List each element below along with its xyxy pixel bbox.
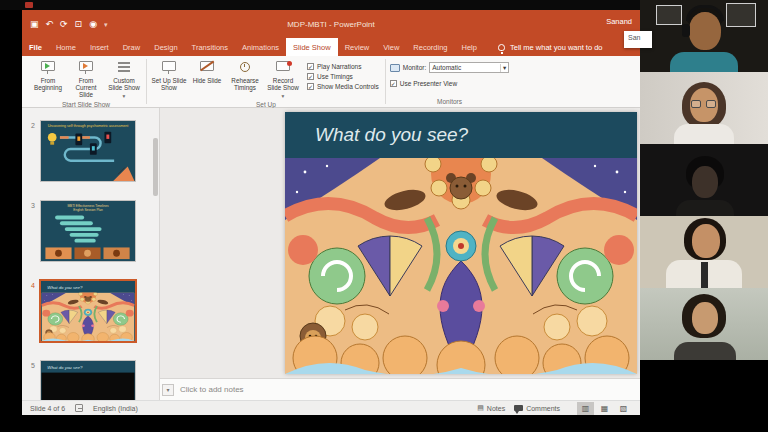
wall-frame xyxy=(726,3,756,27)
custom-slide-show-icon xyxy=(116,60,133,75)
slide-number: 3 xyxy=(26,200,40,262)
tab-slide-show[interactable]: Slide Show xyxy=(286,38,338,56)
notes-icon: ▤ xyxy=(477,404,484,412)
current-slide[interactable]: What do you see? xyxy=(285,112,637,374)
checkbox-checked-icon: ✓ xyxy=(307,73,314,80)
meeting-video-sidebar xyxy=(640,0,768,432)
participant-shirt xyxy=(674,124,734,144)
tab-help[interactable]: Help xyxy=(455,38,484,56)
tab-transitions[interactable]: Transitions xyxy=(185,38,235,56)
thumbnail-slide-5[interactable]: 5 What do you see? xyxy=(26,360,159,400)
record-slide-show-icon xyxy=(275,60,292,75)
start-presentation-icon[interactable]: ⊡ xyxy=(75,20,83,29)
tab-draw[interactable]: Draw xyxy=(116,38,148,56)
notes-collapse-icon[interactable]: ▾ xyxy=(162,384,174,396)
top-black-strip xyxy=(0,0,640,10)
slide-psychedelic-illustration[interactable] xyxy=(285,158,637,374)
slide-title-bar: What do you see? xyxy=(285,112,637,158)
slide-show-view-button[interactable]: ▧ xyxy=(615,402,632,415)
quick-access-toolbar: ▣ ↶ ⟳ ⊡ ◉ ▾ xyxy=(22,20,108,29)
participant-shirt xyxy=(674,342,736,360)
participant-face xyxy=(692,224,720,258)
thumbnail-slide-3[interactable]: 3 MBTI Effectiveness Timelines English S… xyxy=(26,200,159,262)
slide-number: 5 xyxy=(26,360,40,400)
screen: ▣ ↶ ⟳ ⊡ ◉ ▾ MDP-MBTI - PowerPoint Sanand… xyxy=(0,0,768,432)
show-media-controls-checkbox[interactable]: ✓ Show Media Controls xyxy=(307,83,379,90)
use-timings-checkbox[interactable]: ✓ Use Timings xyxy=(307,73,379,80)
group-set-up: Set Up Slide Show Hide Slide Rehearse Ti… xyxy=(147,56,385,107)
tell-me-box[interactable]: Tell me what you want to do xyxy=(498,38,603,56)
thumbnail-slide-2[interactable]: 2 Uncovering self through psychometric a… xyxy=(26,120,159,182)
thumbnail-slide-4-selected[interactable]: 4 What do you see? xyxy=(26,280,159,342)
redo-icon[interactable]: ⟳ xyxy=(60,20,68,29)
svg-text:English Session Plan: English Session Plan xyxy=(73,208,103,212)
participant-video-1[interactable] xyxy=(640,0,768,72)
svg-text:Uncovering self through psycho: Uncovering self through psychometric ass… xyxy=(48,124,129,128)
ribbon-tab-row: File Home Insert Draw Design Transitions… xyxy=(22,38,640,56)
ribbon: From Beginning From Current Slide Custom… xyxy=(22,56,640,108)
notes-toggle-button[interactable]: ▤ Notes xyxy=(477,404,505,412)
chevron-down-icon: ▾ xyxy=(500,64,506,72)
comments-icon xyxy=(514,405,523,411)
qat-customize-icon[interactable]: ▾ xyxy=(104,21,108,28)
hide-slide-button[interactable]: Hide Slide xyxy=(189,59,225,84)
title-bar: ▣ ↶ ⟳ ⊡ ◉ ▾ MDP-MBTI - PowerPoint Sanand… xyxy=(22,10,640,38)
slide-2-preview[interactable]: Uncovering self through psychometric ass… xyxy=(40,120,136,182)
language-indicator[interactable]: English (India) xyxy=(93,405,138,412)
notes-placeholder[interactable]: Click to add notes xyxy=(180,385,244,394)
from-current-slide-icon xyxy=(78,60,95,75)
monitor-dropdown[interactable]: Automatic ▾ xyxy=(429,62,509,73)
slide-4-preview[interactable]: What do you see? xyxy=(39,279,137,343)
participant-video-2[interactable] xyxy=(640,72,768,144)
tab-home[interactable]: Home xyxy=(49,38,83,56)
normal-view-button[interactable]: ▥ xyxy=(577,402,594,415)
save-icon[interactable]: ▣ xyxy=(30,20,39,29)
rehearse-timings-button[interactable]: Rehearse Timings xyxy=(227,59,263,91)
undo-icon[interactable]: ↶ xyxy=(46,20,54,29)
group-monitors: Monitor: Automatic ▾ ✓ Use Presenter Vie… xyxy=(386,56,513,107)
headset-earcup xyxy=(682,24,690,37)
participant-tie xyxy=(701,262,708,288)
notes-pane[interactable]: ▾ Click to add notes xyxy=(160,378,640,400)
set-up-slide-show-button[interactable]: Set Up Slide Show xyxy=(151,59,187,91)
slide-sorter-view-button[interactable]: ▦ xyxy=(596,402,613,415)
tab-file[interactable]: File xyxy=(22,38,49,56)
comments-toggle-button[interactable]: Comments xyxy=(514,405,560,412)
participant-shirt xyxy=(670,52,738,72)
slide-number: 2 xyxy=(26,120,40,182)
rehearse-timings-icon xyxy=(237,60,254,75)
participant-face xyxy=(692,302,718,334)
accessibility-checker-icon[interactable] xyxy=(75,404,83,412)
participant-video-4[interactable] xyxy=(640,216,768,288)
meeting-record-indicator-icon xyxy=(25,2,33,8)
powerpoint-window: ▣ ↶ ⟳ ⊡ ◉ ▾ MDP-MBTI - PowerPoint Sanand… xyxy=(22,10,640,415)
tab-insert[interactable]: Insert xyxy=(83,38,116,56)
record-slide-show-button[interactable]: Record Slide Show ▾ xyxy=(265,59,301,99)
hide-slide-icon xyxy=(199,60,216,75)
use-presenter-view-checkbox[interactable]: ✓ Use Presenter View xyxy=(390,80,457,87)
participant-video-5[interactable] xyxy=(640,288,768,360)
glasses-icon xyxy=(706,100,716,108)
svg-text:MBTI Effectiveness Timelines: MBTI Effectiveness Timelines xyxy=(68,204,109,208)
from-current-slide-button[interactable]: From Current Slide xyxy=(68,59,104,99)
account-name[interactable]: Sanand xyxy=(606,17,632,26)
participant-video-3[interactable] xyxy=(640,144,768,216)
tab-recording[interactable]: Recording xyxy=(406,38,454,56)
slide-number: 4 xyxy=(26,280,40,342)
slide-5-preview[interactable]: What do you see? xyxy=(40,360,136,400)
svg-text:What do you see?: What do you see? xyxy=(47,365,83,370)
thumbnail-scrollbar[interactable] xyxy=(153,138,158,196)
tab-animations[interactable]: Animations xyxy=(235,38,286,56)
tab-design[interactable]: Design xyxy=(147,38,184,56)
wall-frame xyxy=(656,5,682,25)
from-beginning-button[interactable]: From Beginning xyxy=(30,59,66,91)
share-icon[interactable]: ◉ xyxy=(89,20,97,29)
custom-slide-show-button[interactable]: Custom Slide Show ▾ xyxy=(106,59,142,99)
set-up-slide-show-icon xyxy=(161,60,178,75)
checkbox-checked-icon: ✓ xyxy=(307,83,314,90)
slide-title[interactable]: What do you see? xyxy=(315,124,468,146)
tab-view[interactable]: View xyxy=(376,38,406,56)
play-narrations-checkbox[interactable]: ✓ Play Narrations xyxy=(307,63,379,70)
tab-review[interactable]: Review xyxy=(338,38,377,56)
slide-3-preview[interactable]: MBTI Effectiveness Timelines English Ses… xyxy=(40,200,136,262)
